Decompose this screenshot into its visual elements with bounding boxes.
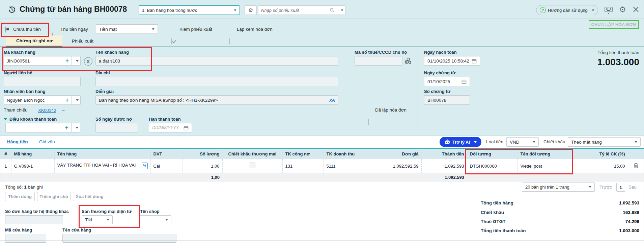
discount-mode-select[interactable]: Theo mặt hàng bbox=[568, 137, 641, 147]
ecommerce-platform-select[interactable]: Tiki bbox=[82, 215, 113, 224]
tax-lookup-icon[interactable] bbox=[404, 57, 412, 65]
reference-link[interactable]: XK00142 bbox=[38, 108, 56, 113]
translate-icon[interactable]: xA bbox=[329, 98, 335, 103]
add-row-button[interactable]: Thêm dòng bbox=[5, 192, 35, 201]
search-icon[interactable] bbox=[330, 8, 335, 13]
trade-discount-checkbox[interactable] bbox=[250, 163, 255, 168]
store-name-input[interactable] bbox=[62, 234, 176, 243]
add-terms-icon[interactable]: + bbox=[65, 125, 68, 131]
total-discount-value: 163.889 bbox=[572, 210, 639, 215]
customer-code-dropdown[interactable] bbox=[72, 56, 81, 66]
header-bar: Chứng từ bán hàng BH00078 1. Bán hàng hó… bbox=[0, 0, 644, 19]
page-title: Chứng từ bán hàng BH00078 bbox=[20, 5, 127, 14]
due-date-input[interactable]: DD/MM/YYYY bbox=[149, 123, 192, 132]
window-bottom-line bbox=[0, 241, 644, 241]
detail-tab-cost[interactable]: Giá vốn bbox=[39, 139, 55, 144]
doc-type-select[interactable]: 1. Bán hàng hóa trong nước bbox=[139, 5, 240, 15]
close-icon[interactable] bbox=[633, 6, 639, 13]
header-settings-button[interactable]: ⚙ bbox=[245, 5, 257, 15]
history-icon[interactable] bbox=[8, 5, 16, 14]
shop-name-select[interactable] bbox=[140, 215, 171, 224]
tab-bar: Chứng từ ghi nợ Phiếu xuất bbox=[0, 35, 644, 47]
window-settings-gear-icon[interactable]: ⚙ bbox=[619, 5, 626, 14]
voucher-search-box bbox=[258, 5, 337, 15]
tab-debit-note[interactable]: Chứng từ ghi nợ bbox=[6, 35, 62, 47]
item-discount-icon[interactable]: % bbox=[142, 163, 148, 169]
add-customer-icon[interactable]: + bbox=[65, 58, 69, 64]
collapse-arrow-icon[interactable] bbox=[4, 118, 7, 120]
line-item-row[interactable]: 1 G.V098-1 VÁY TRANG TRÍ HOA VAI - RÍ HO… bbox=[0, 159, 644, 173]
item-name[interactable]: VÁY TRANG TRÍ HOA VAI - RÍ HOA VAI bbox=[57, 163, 136, 168]
next-page-button[interactable]: Sau bbox=[628, 185, 637, 190]
ai-assistant-button[interactable]: Trợ lý AI bbox=[440, 137, 481, 147]
radio-unpaid[interactable] bbox=[5, 26, 6, 33]
customer-balance-icon[interactable]: $ bbox=[84, 57, 92, 66]
grid-summary-row: 1,00 1.092.593 bbox=[0, 173, 644, 181]
question-icon: ? bbox=[540, 7, 546, 13]
form-vertical-divider bbox=[418, 48, 418, 132]
record-count: Tổng số: 1 bản ghi bbox=[5, 185, 43, 190]
contact-input[interactable] bbox=[4, 77, 81, 86]
page-size-select[interactable]: 20 bản ghi trên 1 trang bbox=[522, 183, 595, 192]
total-payment-value: 1.003.000 bbox=[572, 228, 639, 233]
doc-date-input[interactable]: 01/10/2025 bbox=[424, 77, 470, 86]
address-input[interactable] bbox=[95, 77, 338, 86]
currency-select[interactable]: VND bbox=[506, 137, 539, 147]
invoice-status-badge: CHƯA LẬP HÓA ĐƠN bbox=[589, 20, 639, 29]
external-order-input[interactable] bbox=[5, 215, 63, 224]
clear-rows-button[interactable]: Xóa hết dòng bbox=[73, 192, 106, 201]
line-items-grid: # Mã hàng Tên hàng ĐVT Số lượng Chiết kh… bbox=[0, 148, 644, 181]
voucher-search-dropdown[interactable] bbox=[337, 5, 345, 15]
salesperson-dropdown[interactable] bbox=[72, 95, 81, 105]
robot-icon bbox=[444, 139, 450, 145]
add-salesperson-icon[interactable]: + bbox=[65, 97, 69, 103]
reference-more-link[interactable]: ... bbox=[62, 106, 65, 112]
grand-total-value: 1.003.000 bbox=[538, 57, 639, 68]
salesperson-combo[interactable]: Nguyễn Bích Ngọc + bbox=[4, 95, 81, 105]
delete-row-icon[interactable] bbox=[634, 163, 639, 168]
shortcut-keyboard-icon[interactable] bbox=[604, 6, 613, 14]
payment-terms-dropdown[interactable] bbox=[72, 123, 80, 132]
gear-icon: ⚙ bbox=[248, 7, 253, 14]
doc-no-input[interactable]: BH00078 bbox=[424, 95, 470, 105]
detail-tab-items[interactable]: Hàng tiền bbox=[7, 139, 28, 144]
payment-method-select[interactable]: Tiền mặt bbox=[96, 24, 158, 34]
help-button[interactable]: ? Hướng dẫn sử dụng bbox=[536, 5, 598, 15]
store-code-input[interactable] bbox=[5, 234, 46, 243]
tax-code-input[interactable] bbox=[355, 56, 402, 66]
add-note-button[interactable]: Thêm ghi chú bbox=[37, 192, 71, 201]
payment-terms-combo[interactable]: + bbox=[5, 123, 80, 132]
description-input[interactable]: Bán hàng theo đơn hàng MISA eShop số : <… bbox=[95, 95, 338, 105]
sales-document-window: Chứng từ bán hàng BH00078 1. Bán hàng hó… bbox=[0, 0, 644, 243]
current-page-box[interactable]: 1 bbox=[616, 183, 625, 192]
tab-export-slip[interactable]: Phiếu xuất bbox=[62, 35, 103, 47]
prev-page-button[interactable]: Trước bbox=[599, 185, 612, 190]
calendar-icon[interactable] bbox=[461, 79, 467, 84]
grid-header-row: # Mã hàng Tên hàng ĐVT Số lượng Chiết kh… bbox=[0, 148, 644, 159]
total-vat-value: 74.296 bbox=[572, 219, 639, 224]
calendar-icon[interactable] bbox=[184, 125, 189, 130]
customer-code-combo[interactable]: JINO00561 + bbox=[4, 56, 81, 66]
total-goods-value: 1.092.593 bbox=[572, 200, 639, 205]
customer-name-input[interactable]: a đạt s103 bbox=[95, 56, 338, 66]
posting-date-input[interactable]: 01/10/2025 10:58:42 bbox=[424, 56, 480, 66]
checkbox-invoice-issued[interactable] bbox=[368, 119, 369, 125]
calendar-icon[interactable] bbox=[472, 58, 477, 64]
voucher-search-input[interactable] bbox=[258, 8, 330, 13]
debt-days-input[interactable] bbox=[95, 123, 138, 132]
